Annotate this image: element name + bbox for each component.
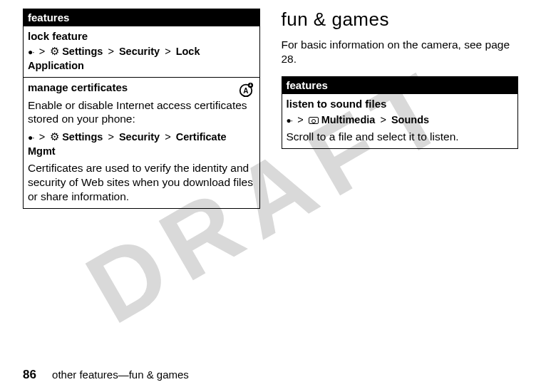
section-intro: For basic information on the camera, see… [282,38,519,66]
features-table-left: features lock feature > Settings > Secur… [23,9,260,209]
svg-text:+: + [249,83,252,88]
path-settings: Settings [62,46,103,57]
row-note-text: Certificates are used to verify the iden… [28,161,255,203]
path-security: Security [119,46,160,57]
path-multimedia: Multimedia [321,114,376,125]
separator: > [37,131,47,143]
content-columns: features lock feature > Settings > Secur… [0,0,541,209]
path-settings: Settings [62,131,103,143]
path-sounds: Sounds [391,114,429,125]
row-title: lock feature [28,29,255,43]
row-note-text: Scroll to a file and select it to listen… [287,130,514,144]
nav-path: > Settings > Security > Lock Application [28,45,255,73]
separator: > [163,46,172,57]
path-security: Security [119,131,160,143]
left-column: features lock feature > Settings > Secur… [23,9,260,209]
svg-text:A: A [243,87,249,95]
row-manage-certificates: A+ manage certificates Enable or disable… [24,77,259,208]
certificate-badge-icon: A+ [238,82,254,98]
separator: > [295,114,305,125]
table-header: features [24,9,259,26]
section-heading: fun & games [282,9,519,31]
settings-icon [50,131,59,143]
footer-text: other features—fun & games [52,368,189,381]
row-title: listen to sound files [287,97,514,111]
multimedia-icon [309,117,319,124]
nav-path: > Settings > Security > Certificate Mgmt [28,130,255,158]
separator: > [105,46,115,57]
separator: > [37,46,47,57]
page-number: 86 [23,368,36,381]
menu-key-icon [287,114,293,125]
separator: > [105,131,115,143]
features-table-right: features listen to sound files > Multime… [282,76,519,149]
row-listen-sound: listen to sound files > Multimedia > Sou… [282,93,518,148]
row-title: manage certificates [28,81,255,95]
table-header: features [282,77,518,93]
separator: > [378,114,388,125]
right-column: fun & games For basic information on the… [282,9,519,209]
menu-key-icon [28,131,34,143]
row-lock-feature: lock feature > Settings > Security > Loc… [24,26,259,77]
page-footer: 86 other features—fun & games [23,368,189,382]
row-intro-text: Enable or disable Internet access certif… [28,98,255,127]
settings-icon [50,46,59,57]
nav-path: > Multimedia > Sounds [287,113,514,128]
separator: > [163,131,172,143]
menu-key-icon [28,46,34,57]
